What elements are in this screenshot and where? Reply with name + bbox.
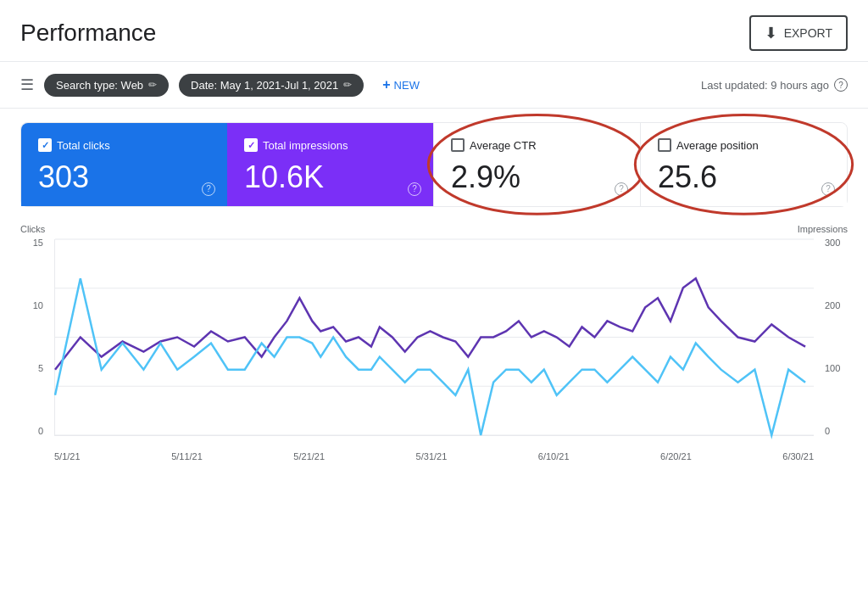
x-label-3: 5/31/21 [416,451,448,461]
new-label: NEW [394,79,420,92]
date-chip[interactable]: Date: May 1, 2021-Jul 1, 2021 ✏ [179,74,364,97]
chart-svg [55,239,814,435]
y-tick-left-15: 15 [33,238,43,248]
metric-title-clicks: Total clicks [57,139,110,152]
metric-average-position[interactable]: Average position 25.6 ? [640,123,847,206]
pencil-icon: ✏ [148,79,157,91]
search-type-label: Search type: Web [56,79,143,92]
last-updated: Last updated: 9 hours ago ? [701,78,848,92]
page-title: Performance [20,20,156,47]
metric-label-clicks: Total clicks [38,138,210,152]
y-axis-left-label: Clicks [20,224,45,234]
checkbox-clicks[interactable] [38,138,52,152]
chart-container: Clicks Impressions 15 10 5 0 300 200 100… [20,224,848,461]
metric-title-impressions: Total impressions [263,139,348,152]
metric-value-impressions: 10.6K [244,160,416,194]
checkbox-ctr[interactable] [451,138,465,152]
metric-title-position: Average position [676,139,759,152]
metric-label-ctr: Average CTR [451,138,623,152]
checkbox-position[interactable] [658,138,671,152]
export-label: EXPORT [784,26,832,40]
y-tick-right-100: 100 [825,363,840,373]
metric-total-impressions[interactable]: Total impressions 10.6K ? [227,123,433,206]
metric-value-position: 25.6 [658,160,830,194]
metric-value-clicks: 303 [38,160,210,194]
help-icon-ctr[interactable]: ? [615,182,628,196]
chart-area [54,239,814,436]
metric-help-impressions: ? [408,181,421,196]
metric-average-ctr[interactable]: Average CTR 2.9% ? [433,123,640,206]
search-type-chip[interactable]: Search type: Web ✏ [44,74,169,97]
y-tick-left-10: 10 [33,300,43,310]
metric-help-ctr: ? [615,181,628,196]
y-ticks-left: 15 10 5 0 [20,238,50,436]
metric-title-ctr: Average CTR [470,139,537,152]
x-label-0: 5/1/21 [54,451,81,461]
metric-total-clicks[interactable]: Total clicks 303 ? [21,123,227,206]
x-label-5: 6/20/21 [660,451,692,461]
toolbar: ☰ Search type: Web ✏ Date: May 1, 2021-J… [0,62,868,109]
pencil-icon-date: ✏ [343,79,352,91]
y-axis-right-label: Impressions [798,224,848,234]
help-icon-clicks[interactable]: ? [202,182,215,196]
metric-value-ctr: 2.9% [451,160,623,194]
help-icon-toolbar[interactable]: ? [834,78,848,92]
plus-icon: + [382,77,390,92]
download-icon: ⬇ [765,24,777,42]
y-tick-right-200: 200 [825,300,840,310]
x-axis-labels: 5/1/21 5/11/21 5/21/21 5/31/21 6/10/21 6… [54,451,814,461]
export-button[interactable]: ⬇ EXPORT [749,15,848,51]
clicks-line [55,278,805,435]
header: Performance ⬇ EXPORT [0,0,868,62]
y-tick-right-300: 300 [825,238,840,248]
help-icon-position[interactable]: ? [821,182,835,196]
chart-section: Clicks Impressions 15 10 5 0 300 200 100… [0,207,868,478]
y-tick-left-5: 5 [38,363,43,373]
y-tick-left-0: 0 [38,426,43,436]
x-label-4: 6/10/21 [538,451,570,461]
help-icon-impressions[interactable]: ? [408,182,421,196]
metric-help-clicks: ? [202,181,215,196]
date-label: Date: May 1, 2021-Jul 1, 2021 [191,79,338,92]
filter-icon[interactable]: ☰ [20,76,34,94]
metric-label-position: Average position [658,138,830,152]
x-label-1: 5/11/21 [171,451,203,461]
last-updated-text: Last updated: 9 hours ago [701,79,829,92]
checkbox-impressions[interactable] [244,138,258,152]
new-button[interactable]: + NEW [374,72,428,98]
metric-label-impressions: Total impressions [244,138,416,152]
x-label-2: 5/21/21 [293,451,325,461]
metrics-row: Total clicks 303 ? Total impressions 10.… [20,122,848,207]
metrics-section: Total clicks 303 ? Total impressions 10.… [0,109,868,207]
y-ticks-right: 300 200 100 0 [818,238,848,436]
x-label-6: 6/30/21 [782,451,814,461]
page: Performance ⬇ EXPORT ☰ Search type: Web … [0,0,868,604]
metric-help-position: ? [821,181,835,196]
y-tick-right-0: 0 [825,426,830,436]
